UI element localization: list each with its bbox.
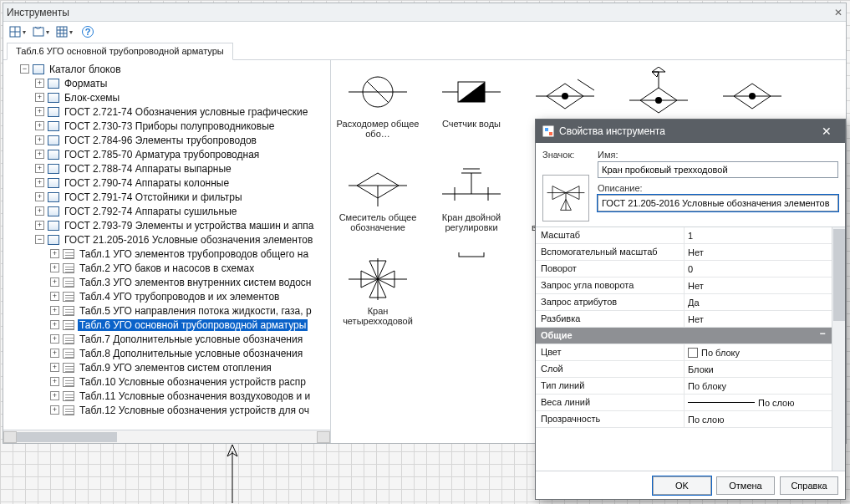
- dialog-title: Свойства инструмента: [559, 125, 665, 137]
- gallery-item[interactable]: Смеситель общее обозначение: [331, 159, 425, 252]
- tree-leaf[interactable]: Табл.12 Условные обозначения устройств д…: [50, 403, 330, 417]
- gallery-item[interactable]: Расходомер общее обо…: [331, 65, 425, 159]
- tree-leaf[interactable]: Табл.5 УГО направления потока жидкости, …: [50, 303, 330, 318]
- tree-pane: Каталог блоков Форматы Блок-схемы ГОСТ 2…: [3, 60, 331, 443]
- active-tab[interactable]: Табл.6 УГО основной трубопроводной армат…: [7, 43, 233, 60]
- svg-point-18: [655, 97, 662, 104]
- gallery-label: Смеситель общее обозначение: [331, 212, 425, 232]
- tree-leaf-selected[interactable]: Табл.6 УГО основной трубопроводной армат…: [50, 318, 330, 332]
- tree-node[interactable]: ГОСТ 2.788-74 Аппараты выпарные: [35, 161, 330, 176]
- color-swatch: [688, 348, 698, 358]
- svg-point-21: [749, 93, 756, 99]
- dropdown-arrow-icon: ▾: [69, 28, 73, 36]
- panel-toolbar: ▾ ▾ ▾ ?: [3, 22, 846, 42]
- propgrid-scrollbar[interactable]: [832, 227, 845, 471]
- tree-root[interactable]: Каталог блоков: [20, 62, 330, 76]
- property-grid[interactable]: Масштаб1 Вспомогательный масштабНет Пово…: [536, 227, 832, 471]
- icon-preview[interactable]: [542, 175, 589, 221]
- help-icon: ?: [82, 26, 94, 38]
- tool-properties-dialog: Свойства инструмента ✕ Значок: Имя: Опис…: [535, 119, 846, 500]
- tree-node[interactable]: ГОСТ 2.793-79 Элементы и устройства маши…: [35, 218, 330, 232]
- tree[interactable]: Каталог блоков Форматы Блок-схемы ГОСТ 2…: [3, 60, 330, 430]
- gallery-item[interactable]: Кран двойной регулировки: [425, 159, 518, 252]
- gallery-label: Кран двойной регулировки: [425, 212, 518, 232]
- help-button[interactable]: Справка: [780, 476, 838, 495]
- tree-node[interactable]: ГОСТ 2.792-74 Аппараты сушильные: [35, 204, 330, 218]
- panel-title: Инструменты: [7, 7, 69, 18]
- svg-rect-4: [57, 27, 67, 37]
- dialog-icon: [542, 125, 554, 137]
- dialog-close-button[interactable]: ✕: [815, 125, 838, 138]
- tree-leaf[interactable]: Табл.8 Дополнительные условные обозначен…: [50, 346, 330, 360]
- dropdown-arrow-icon: ▾: [23, 28, 26, 36]
- gallery-label: Кран четырехходовой: [331, 306, 425, 326]
- tree-leaf[interactable]: Табл.1 УГО элементов трубопроводов общег…: [50, 247, 330, 261]
- tree-leaf[interactable]: Табл.2 УГО баков и насосов в схемах: [50, 261, 330, 275]
- toolbar-help-button[interactable]: ?: [79, 23, 97, 40]
- tree-h-scrollbar[interactable]: [3, 430, 330, 443]
- gallery-label: Расходомер общее обо…: [331, 119, 425, 139]
- desc-label: Описание:: [598, 183, 838, 193]
- tree-node[interactable]: ГОСТ 2.790-74 Аппараты колонные: [35, 176, 330, 190]
- tree-leaf[interactable]: Табл.10 Условные обозначения устройств р…: [50, 374, 330, 389]
- svg-point-16: [562, 93, 568, 99]
- desc-input[interactable]: [598, 195, 838, 211]
- tree-node[interactable]: ГОСТ 2.784-96 Элементы трубопроводов: [35, 133, 330, 147]
- ok-button[interactable]: OK: [653, 476, 711, 495]
- tree-node[interactable]: ГОСТ 21.205-2016 Условные обозначения эл…: [35, 232, 330, 247]
- tree-leaf[interactable]: Табл.7 Дополнительные условные обозначен…: [50, 332, 330, 346]
- toolbar-button-1[interactable]: ▾: [8, 23, 27, 40]
- cancel-button[interactable]: Отмена: [716, 476, 775, 495]
- tab-strip: Табл.6 УГО основной трубопроводной армат…: [3, 42, 846, 60]
- panel-close-icon[interactable]: ✕: [834, 7, 842, 18]
- name-label: Имя:: [598, 150, 838, 160]
- tree-node[interactable]: ГОСТ 2.785-70 Арматура трубопроводная: [35, 147, 330, 161]
- tree-node[interactable]: ГОСТ 2.791-74 Отстойники и фильтры: [35, 190, 330, 204]
- tree-leaf[interactable]: Табл.4 УГО трубопроводов и их элементов: [50, 289, 330, 303]
- dialog-titlebar[interactable]: Свойства инструмента ✕: [536, 120, 845, 143]
- gallery-label: Счетчик воды: [439, 119, 504, 129]
- name-input[interactable]: [598, 161, 838, 178]
- panel-header: Инструменты ✕: [3, 3, 846, 22]
- tree-node[interactable]: ГОСТ 2.730-73 Приборы полупроводниковые: [35, 119, 330, 133]
- gallery-item[interactable]: [425, 252, 518, 346]
- tree-node[interactable]: ГОСТ 2.721-74 Обозначения условные графи…: [35, 104, 330, 119]
- property-category[interactable]: Общие−: [536, 328, 832, 344]
- toolbar-button-2[interactable]: ▾: [32, 23, 50, 40]
- icon-label: Значок:: [542, 150, 589, 160]
- gallery-item[interactable]: Кран четырехходовой: [331, 252, 425, 346]
- tree-leaf[interactable]: Табл.3 УГО элементов внутренних систем в…: [50, 275, 330, 289]
- svg-rect-43: [549, 132, 552, 135]
- tree-leaf[interactable]: Табл.11 Условные обозначения воздуховодо…: [50, 389, 330, 403]
- gallery-item[interactable]: Счетчик воды: [425, 65, 518, 159]
- svg-rect-42: [545, 128, 548, 131]
- tree-node[interactable]: Блок-схемы: [35, 90, 330, 104]
- svg-rect-39: [459, 252, 484, 257]
- lineweight-sample: [688, 402, 755, 403]
- canvas-arrow: [216, 445, 249, 503]
- tree-leaf[interactable]: Табл.9 УГО элементов систем отопления: [50, 360, 330, 374]
- tree-node[interactable]: Форматы: [35, 76, 330, 90]
- toolbar-button-3[interactable]: ▾: [55, 23, 74, 40]
- dropdown-arrow-icon: ▾: [46, 28, 49, 36]
